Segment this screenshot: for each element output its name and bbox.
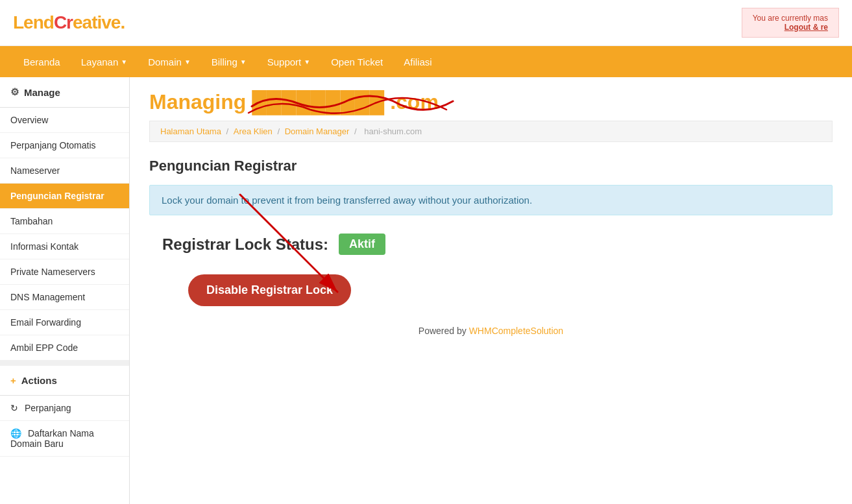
sidebar-item-private-nameservers[interactable]: Private Nameservers <box>0 259 129 285</box>
sidebar-item-informasi-kontak[interactable]: Informasi Kontak <box>0 234 129 259</box>
main-content: Managing █████████ .com Halaman Utama / … <box>130 77 852 504</box>
powered-by: Powered by WHMCompleteSolution <box>149 326 833 336</box>
status-badge: Aktif <box>339 234 385 255</box>
sidebar: ⚙ Manage Overview Perpanjang Otomatis Na… <box>0 77 130 504</box>
breadcrumb-current: hani-shum.com <box>364 126 422 136</box>
content-wrapper: ⚙ Manage Overview Perpanjang Otomatis Na… <box>0 77 852 504</box>
gear-icon: ⚙ <box>10 86 19 98</box>
refresh-icon: ↻ <box>10 403 18 413</box>
actions-title: Actions <box>21 375 57 386</box>
breadcrumb-sep-3: / <box>354 126 359 136</box>
info-box: Lock your domain to prevent it from bein… <box>149 185 833 215</box>
info-text: Lock your domain to prevent it from bein… <box>162 195 532 206</box>
layanan-arrow: ▼ <box>121 58 127 66</box>
nav-beranda[interactable]: Beranda <box>13 47 71 77</box>
sidebar-item-ambil-epp-code[interactable]: Ambil EPP Code <box>0 335 129 361</box>
breadcrumb-sep-1: / <box>226 126 231 136</box>
disable-registrar-lock-button[interactable]: Disable Registrar Lock <box>188 274 351 306</box>
nav-afiliasi[interactable]: Afiliasi <box>393 47 442 77</box>
sidebar-item-penguncian-registrar[interactable]: Penguncian Registrar <box>0 184 129 209</box>
nav-open-ticket[interactable]: Open Ticket <box>321 47 393 77</box>
domain-name-redacted: █████████ <box>252 90 384 114</box>
manage-title: Manage <box>24 87 60 98</box>
breadcrumb-domain-manager[interactable]: Domain Manager <box>285 126 350 136</box>
nav-bar: Beranda Layanan ▼ Domain ▼ Billing ▼ Sup… <box>0 46 852 77</box>
sidebar-item-email-forwarding[interactable]: Email Forwarding <box>0 310 129 335</box>
domain-arrow: ▼ <box>184 58 191 66</box>
sidebar-item-tambahan[interactable]: Tambahan <box>0 209 129 234</box>
billing-arrow: ▼ <box>240 58 247 66</box>
top-notice: You are currently mas Logout & re <box>742 8 839 38</box>
support-arrow: ▼ <box>304 58 310 66</box>
notice-text: You are currently mas <box>753 14 828 23</box>
nav-layanan[interactable]: Layanan ▼ <box>71 47 138 77</box>
lock-status-row: Registrar Lock Status: Aktif <box>162 234 833 255</box>
sidebar-item-overview[interactable]: Overview <box>0 108 129 133</box>
sidebar-item-perpanjang[interactable]: ↻ Perpanjang <box>0 396 129 421</box>
nav-support[interactable]: Support ▼ <box>257 47 321 77</box>
logout-link[interactable]: Logout & re <box>785 23 828 32</box>
logo: LendCreative. <box>13 12 125 33</box>
whm-link[interactable]: WHMCompleteSolution <box>469 326 564 336</box>
breadcrumb-halaman-utama[interactable]: Halaman Utama <box>160 126 221 136</box>
page-title: Managing █████████ .com <box>149 90 439 114</box>
nav-domain[interactable]: Domain ▼ <box>138 47 201 77</box>
manage-section-title: ⚙ Manage <box>0 77 129 108</box>
sidebar-item-perpanjang-otomatis[interactable]: Perpanjang Otomatis <box>0 133 129 158</box>
lock-status-label: Registrar Lock Status: <box>162 235 328 254</box>
globe-icon: 🌐 <box>10 428 21 438</box>
page-title-wrapper: Managing █████████ .com <box>149 90 439 121</box>
sidebar-item-dns-management[interactable]: DNS Management <box>0 285 129 310</box>
section-heading: Penguncian Registrar <box>149 158 833 174</box>
breadcrumb-area-klien[interactable]: Area Klien <box>234 126 273 136</box>
sidebar-item-daftarkan-domain[interactable]: 🌐 Daftarkan Nama Domain Baru <box>0 421 129 457</box>
plus-icon: + <box>10 375 16 386</box>
actions-section-title: + Actions <box>0 361 129 396</box>
breadcrumb-sep-2: / <box>277 126 282 136</box>
top-bar: LendCreative. You are currently mas Logo… <box>0 0 852 46</box>
breadcrumb: Halaman Utama / Area Klien / Domain Mana… <box>149 121 833 142</box>
nav-billing[interactable]: Billing ▼ <box>201 47 257 77</box>
powered-by-text: Powered by <box>419 326 467 336</box>
sidebar-item-nameserver[interactable]: Nameserver <box>0 158 129 184</box>
